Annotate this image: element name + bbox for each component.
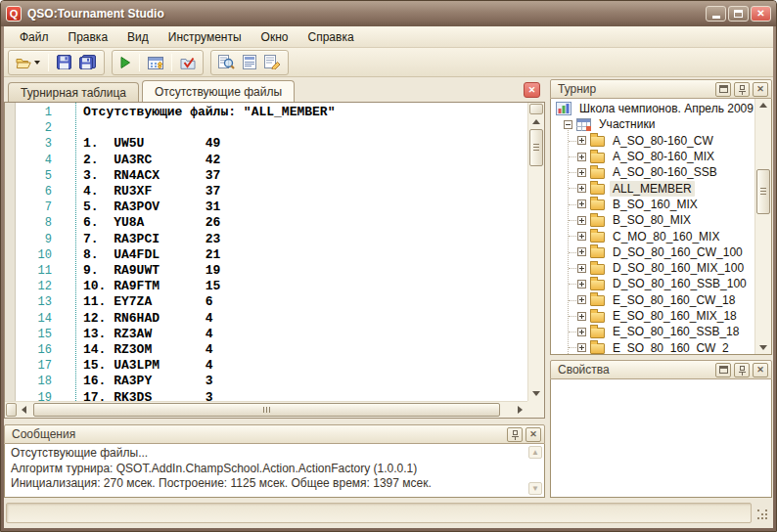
tree-group-item[interactable]: Участники [553, 116, 754, 132]
tree-folder-item[interactable]: C_MO_80_160_MIX [553, 228, 754, 244]
properties-view-button[interactable] [261, 52, 284, 73]
close-button[interactable]: ✕ [751, 6, 771, 22]
tree-folder-label: D_SO_80_160_SSB_100 [610, 276, 750, 291]
open-dropdown-icon[interactable] [34, 61, 40, 65]
vertical-scroll-thumb[interactable] [529, 129, 543, 166]
vertical-scroll-thumb[interactable] [756, 169, 770, 214]
editor-line: 64. RU3XF 37 [17, 184, 527, 200]
pin-button[interactable] [734, 363, 750, 377]
editor-horizontal-scrollbar[interactable] [5, 401, 527, 418]
editor-line: 97. RA3PCI 23 [17, 232, 527, 247]
menu-item[interactable]: Правка [59, 27, 118, 47]
run-button[interactable] [116, 52, 134, 73]
tree-folder-item[interactable]: A_SO_80-160_SSB [553, 164, 754, 180]
tree-folder-item[interactable]: E_SO_80_160_CW_2 [553, 339, 754, 354]
scrollbar-splitter-box[interactable] [529, 104, 543, 114]
check-files-button[interactable] [177, 52, 199, 73]
folder-icon [590, 168, 605, 179]
pin-button[interactable] [734, 82, 750, 97]
tree-folder-item[interactable]: E_SO_80_160_CW_18 [553, 292, 754, 308]
maximize-icon [734, 10, 743, 18]
maximize-panel-button[interactable] [715, 363, 731, 377]
tree-vertical-scrollbar[interactable] [754, 99, 771, 354]
search-view-button[interactable] [215, 52, 238, 73]
tree-folder-item[interactable]: A_SO_80-160_MIX [553, 149, 754, 164]
tree-folder-item[interactable]: E_SO_80_160_MIX_18 [553, 308, 754, 324]
expand-icon[interactable] [577, 136, 586, 145]
tree-folder-item[interactable]: D_SO_80_160_CW_100 [553, 244, 754, 260]
close-panel-button[interactable]: ✕ [753, 82, 768, 97]
messages-scroll-down-button[interactable]: ▼ [528, 482, 542, 495]
tree-folder-item[interactable]: D_SO_80_160_SSB_100 [553, 276, 754, 291]
pin-button[interactable] [507, 427, 523, 442]
line-text: 8. UA4FDL 21 [83, 247, 220, 263]
bookmark-gutter [5, 103, 16, 401]
line-text: 17. RK3DS 3 [83, 390, 213, 401]
horizontal-scroll-thumb[interactable] [33, 403, 500, 417]
tree-folder-item[interactable]: D_SO_80_160_MIX_100 [553, 260, 754, 276]
tournament-table-button[interactable] [145, 52, 166, 73]
scroll-up-icon[interactable] [532, 119, 540, 124]
close-panel-button[interactable]: ✕ [753, 363, 768, 377]
expand-icon[interactable] [577, 184, 586, 193]
maximize-button[interactable] [728, 6, 749, 22]
tab-missing-files[interactable]: Отсутствующие файлы [142, 80, 295, 102]
expand-icon[interactable] [577, 328, 586, 336]
open-button[interactable] [13, 52, 43, 73]
scroll-down-icon[interactable] [759, 345, 767, 350]
tree-folder-item[interactable]: E_SO_80_160_SSB_18 [553, 324, 754, 339]
save-all-button[interactable] [76, 52, 100, 73]
collapse-icon[interactable] [564, 120, 572, 129]
tree-content: Школа чемпионов. Апрель 2009 [553, 101, 754, 354]
scroll-right-icon[interactable] [518, 406, 523, 414]
maximize-panel-button[interactable] [715, 82, 731, 97]
menu-item[interactable]: Вид [117, 27, 159, 47]
expand-icon[interactable] [577, 168, 586, 177]
messages-scroll-up-button[interactable]: ▲ [528, 446, 542, 459]
save-button[interactable] [54, 52, 74, 73]
expand-icon[interactable] [577, 295, 586, 304]
line-number: 11 [17, 263, 56, 279]
line-text: 16. RA3PY 3 [83, 374, 213, 389]
tree-folder-label: E_SO_80_160_MIX_18 [610, 308, 740, 324]
expand-icon[interactable] [577, 280, 586, 288]
scroll-up-icon[interactable] [759, 103, 767, 108]
properties-content [550, 379, 772, 498]
menu-item[interactable]: Файл [10, 27, 59, 47]
expand-icon[interactable] [577, 216, 586, 225]
expand-icon[interactable] [577, 200, 586, 208]
expand-icon[interactable] [577, 232, 586, 241]
tournament-table-icon [148, 56, 163, 69]
maximize-icon [719, 85, 728, 93]
close-panel-button[interactable]: ✕ [526, 427, 541, 442]
minimize-button[interactable] [706, 6, 726, 22]
menu-item[interactable]: Справка [298, 27, 364, 47]
expand-icon[interactable] [577, 312, 586, 321]
editor-surface[interactable]: 1Отсутствующие файлы: "ALL_MEMBER" 2 31.… [4, 102, 545, 419]
tab-strip: Турнирная таблица Отсутствующие файлы ✕ [4, 79, 545, 102]
scrollbar-splitter-box[interactable] [6, 403, 17, 417]
scroll-left-icon[interactable] [22, 406, 26, 414]
message-line: Алгоритм турнира: QSOT.AddIn.ChampSchool… [11, 462, 523, 477]
expand-icon[interactable] [577, 153, 586, 161]
expand-icon[interactable] [577, 247, 586, 256]
tab-tournament-table[interactable]: Турнирная таблица [8, 82, 139, 102]
tree-folder-item[interactable]: B_SO_80_MIX [553, 212, 754, 228]
tree-folder-item[interactable]: ALL_MEMBER [553, 180, 754, 196]
client-area: Файл Правка Вид Инструменты Окно Справка [4, 26, 773, 528]
line-text: Отсутствующие файлы: "ALL_MEMBER" [83, 105, 335, 120]
scroll-down-icon[interactable] [532, 391, 540, 396]
expand-icon[interactable] [577, 264, 586, 273]
close-icon: ✕ [529, 430, 537, 439]
menu-item[interactable]: Окно [251, 27, 298, 47]
tree-folder-item[interactable]: B_SO_160_MIX [553, 197, 754, 212]
expand-icon[interactable] [577, 343, 586, 352]
menu-item[interactable]: Инструменты [159, 27, 251, 47]
title-bar[interactable]: Q QSO:Tournament Studio ✕ [1, 1, 776, 26]
editor-vertical-scrollbar[interactable] [527, 103, 544, 401]
resize-grip-icon[interactable] [757, 510, 769, 521]
tab-close-button[interactable]: ✕ [524, 82, 540, 98]
tree-folder-item[interactable]: A_SO_80-160_CW [553, 133, 754, 149]
report-view-button[interactable] [240, 52, 259, 73]
tree-root-item[interactable]: Школа чемпионов. Апрель 2009 [553, 101, 754, 116]
